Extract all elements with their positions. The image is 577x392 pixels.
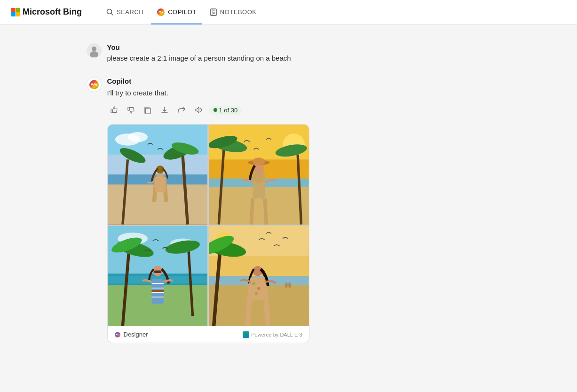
main-content: You please create a 2:1 image of a perso… — [77, 24, 500, 362]
powered-by-label: Powered by DALL·E 3 — [243, 331, 302, 338]
microsoft-squares-icon — [11, 8, 20, 16]
download-icon — [160, 106, 169, 114]
thumbup-button[interactable] — [107, 103, 120, 117]
user-avatar-icon — [87, 44, 101, 57]
copilot-message-row: Copilot I'll try to create that. — [87, 77, 491, 343]
svg-rect-12 — [111, 110, 112, 113]
copy-icon — [143, 106, 152, 114]
header: Microsoft Bing SEARCH — [0, 0, 577, 24]
svg-point-9 — [92, 47, 96, 51]
tab-search-label: SEARCH — [117, 8, 143, 16]
svg-point-75 — [252, 282, 255, 285]
thumbup-icon — [110, 106, 118, 114]
copilot-avatar — [87, 77, 102, 92]
user-message-text: please create a 2:1 image of a person st… — [107, 54, 291, 62]
dalle-icon — [243, 331, 249, 338]
user-name: You — [107, 43, 291, 51]
bing-text: Microsoft Bing — [23, 7, 82, 17]
beach-scene-2 — [209, 125, 309, 225]
copilot-name: Copilot — [107, 77, 491, 85]
thumbdown-button[interactable] — [124, 103, 137, 117]
user-message-content: You please create a 2:1 image of a perso… — [107, 43, 291, 62]
count-badge: 1 of 30 — [209, 106, 243, 115]
svg-rect-62 — [151, 290, 164, 292]
svg-point-72 — [288, 282, 291, 288]
tab-copilot-label: COPILOT — [168, 8, 197, 16]
user-avatar — [87, 43, 102, 58]
powered-by-text: Powered by DALL·E 3 — [251, 332, 302, 337]
tab-search[interactable]: SEARCH — [101, 0, 149, 24]
tab-notebook-label: NOTEBOOK — [220, 8, 257, 16]
copilot-avatar-icon — [89, 79, 99, 90]
beach-scene-4 — [209, 226, 309, 326]
share-button[interactable] — [175, 103, 188, 117]
svg-rect-28 — [154, 177, 165, 192]
copilot-icon — [157, 8, 165, 16]
action-bar: 1 of 30 — [107, 103, 491, 117]
nav-tabs: SEARCH COPILOT — [101, 0, 262, 24]
notebook-icon — [210, 8, 217, 16]
svg-rect-14 — [146, 108, 150, 114]
designer-icon — [114, 331, 121, 338]
share-icon — [177, 106, 186, 114]
generated-image-1[interactable] — [108, 125, 208, 225]
count-badge-text: 1 of 30 — [219, 107, 238, 114]
volume-button[interactable] — [192, 103, 205, 117]
green-dot-indicator — [213, 108, 217, 112]
svg-point-18 — [127, 132, 148, 142]
svg-rect-56 — [154, 270, 161, 273]
generated-image-2[interactable] — [209, 125, 309, 225]
svg-point-43 — [253, 157, 265, 165]
download-button[interactable] — [158, 103, 171, 117]
beach-scene-1 — [108, 125, 208, 225]
search-icon — [106, 8, 114, 16]
image-grid — [108, 125, 309, 326]
copy-button[interactable] — [141, 103, 154, 117]
svg-line-1 — [111, 13, 113, 15]
card-footer: Designer Powered by DALL·E 3 — [108, 326, 309, 343]
tab-copilot[interactable]: COPILOT — [151, 0, 202, 24]
svg-point-77 — [255, 292, 258, 295]
logo-area: Microsoft Bing — [11, 7, 82, 17]
thumbdown-icon — [126, 106, 135, 114]
generated-image-4[interactable] — [209, 226, 309, 326]
tab-notebook[interactable]: NOTEBOOK — [204, 0, 262, 24]
svg-point-78 — [115, 332, 120, 337]
svg-point-71 — [285, 282, 288, 288]
volume-icon — [194, 106, 203, 114]
generated-image-3[interactable] — [108, 226, 208, 326]
copilot-message-content: Copilot I'll try to create that. — [107, 77, 491, 343]
beach-scene-3 — [108, 226, 208, 326]
copilot-response-text: I'll try to create that. — [107, 89, 491, 97]
user-message-row: You please create a 2:1 image of a perso… — [87, 43, 491, 62]
svg-point-76 — [257, 287, 260, 290]
image-card: Designer Powered by DALL·E 3 — [107, 124, 309, 343]
bing-logo[interactable]: Microsoft Bing — [11, 7, 82, 17]
svg-rect-13 — [128, 107, 129, 110]
designer-label: Designer — [124, 331, 148, 338]
